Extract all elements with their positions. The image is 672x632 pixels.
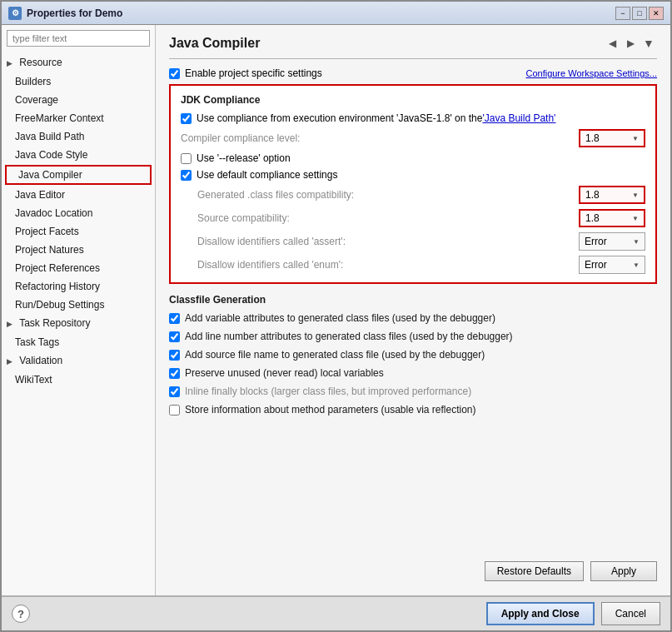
disallow-assert-value: Error	[585, 236, 607, 247]
disallow-enum-label: Disallow identifiers called 'enum':	[197, 259, 579, 271]
use-default-row: Use default compliance settings	[181, 169, 645, 181]
use-default-checkbox[interactable]	[181, 170, 192, 181]
tree-arrow-task: ▶	[7, 316, 15, 331]
sidebar-item-task-tags[interactable]: Task Tags	[2, 333, 155, 351]
classfile-option1-label: Add variable attributes to generated cla…	[185, 312, 495, 324]
classfile-option5-checkbox[interactable]	[169, 386, 180, 397]
apply-button[interactable]: Apply	[590, 561, 657, 581]
classfile-option6-label: Store information about method parameter…	[185, 404, 476, 416]
sidebar-item-builders[interactable]: Builders	[2, 72, 155, 91]
classfile-option4-checkbox[interactable]	[169, 368, 180, 379]
compiler-compliance-dropdown[interactable]: 1.8 ▼	[579, 129, 645, 147]
use-default-label: Use default compliance settings	[197, 169, 337, 181]
use-release-checkbox[interactable]	[181, 153, 192, 164]
use-compliance-checkbox[interactable]	[181, 113, 192, 124]
source-compat-value: 1.8	[585, 212, 600, 224]
close-button[interactable]: ✕	[649, 7, 664, 20]
enable-specific-row: Enable project specific settings Configu…	[169, 67, 657, 79]
enable-specific-checkbox[interactable]	[169, 68, 180, 79]
sidebar-item-validation[interactable]: ▶ Validation	[2, 351, 155, 371]
sidebar-item-label: Task Repository	[19, 317, 90, 329]
sidebar-item-run-debug[interactable]: Run/Debug Settings	[2, 296, 155, 314]
sidebar-item-java-editor[interactable]: Java Editor	[2, 186, 155, 204]
jdk-section-title: JDK Compliance	[181, 94, 645, 106]
maximize-button[interactable]: □	[632, 7, 647, 20]
java-build-path-link[interactable]: 'Java Build Path'	[482, 112, 555, 124]
classfile-option2-row: Add line number attributes to generated …	[169, 331, 657, 342]
generated-class-dropdown[interactable]: 1.8 ▼	[579, 186, 645, 204]
sidebar-item-label: Refactoring History	[15, 281, 100, 292]
menu-button[interactable]: ▼	[640, 35, 657, 52]
compiler-compliance-arrow: ▼	[632, 135, 639, 142]
compiler-compliance-row: Compiler compliance level: 1.8 ▼	[181, 129, 645, 147]
classfile-option6-row: Store information about method parameter…	[169, 404, 657, 416]
sidebar-item-java-build-path[interactable]: Java Build Path	[2, 127, 155, 146]
disallow-assert-dropdown[interactable]: Error ▼	[579, 232, 645, 251]
disallow-assert-label: Disallow identifiers called 'assert':	[197, 236, 579, 247]
tree-arrow-validation: ▶	[7, 354, 15, 369]
classfile-section: Classfile Generation Add variable attrib…	[169, 294, 657, 422]
classfile-option1-checkbox[interactable]	[169, 313, 180, 324]
classfile-section-title: Classfile Generation	[169, 294, 657, 306]
sidebar-item-javadoc[interactable]: Javadoc Location	[2, 204, 155, 222]
restore-defaults-button[interactable]: Restore Defaults	[485, 561, 584, 581]
panel-title: Java Compiler	[169, 36, 260, 51]
disallow-enum-dropdown[interactable]: Error ▼	[579, 256, 645, 274]
minimize-button[interactable]: −	[615, 7, 630, 20]
cancel-button[interactable]: Cancel	[601, 602, 660, 625]
title-bar-buttons: − □ ✕	[615, 7, 664, 20]
classfile-option5-row: Inline finally blocks (larger class file…	[169, 386, 657, 397]
use-release-row: Use '--release' option	[181, 152, 645, 164]
sidebar-item-project-facets[interactable]: Project Facets	[2, 222, 155, 241]
apply-close-button[interactable]: Apply and Close	[486, 602, 595, 625]
sidebar-item-task-repository[interactable]: ▶ Task Repository	[2, 314, 155, 333]
sidebar-item-label: Javadoc Location	[15, 207, 92, 219]
disallow-enum-row: Disallow identifiers called 'enum': Erro…	[181, 256, 645, 274]
help-button[interactable]: ?	[12, 605, 30, 623]
compiler-compliance-label: Compiler compliance level:	[181, 132, 579, 144]
sidebar-item-project-natures[interactable]: Project Natures	[2, 241, 155, 259]
sidebar-item-coverage[interactable]: Coverage	[2, 91, 155, 109]
jdk-compliance-section: JDK Compliance Use compliance from execu…	[169, 84, 657, 284]
compiler-compliance-value: 1.8	[585, 132, 600, 144]
disallow-assert-row: Disallow identifiers called 'assert': Er…	[181, 232, 645, 251]
sidebar-item-label: WikiText	[15, 374, 52, 386]
filter-input[interactable]	[7, 30, 150, 47]
generated-class-arrow: ▼	[632, 192, 639, 199]
sidebar-item-freemarker[interactable]: FreeMarker Context	[2, 109, 155, 127]
toolbar-icons: ◀ ▶ ▼	[604, 35, 657, 52]
sidebar-item-label: Java Compiler	[18, 169, 82, 181]
sidebar-item-project-references[interactable]: Project References	[2, 259, 155, 277]
window-icon: ⚙	[8, 7, 22, 20]
sidebar-item-label: Java Code Style	[15, 149, 87, 161]
sidebar-item-label: Validation	[19, 355, 62, 366]
configure-workspace-link[interactable]: Configure Workspace Settings...	[525, 68, 657, 78]
sidebar-item-label: Builders	[15, 76, 51, 87]
sidebar-item-label: Coverage	[15, 94, 58, 106]
sidebar: ▶ Resource Builders Coverage FreeMarker …	[2, 25, 156, 595]
sidebar-item-java-code-style[interactable]: Java Code Style	[2, 146, 155, 164]
disallow-enum-value: Error	[585, 259, 607, 271]
source-compat-arrow: ▼	[632, 215, 639, 222]
back-button[interactable]: ◀	[604, 35, 620, 52]
forward-button[interactable]: ▶	[622, 35, 639, 52]
main-panel: Java Compiler ◀ ▶ ▼ Enable project speci…	[156, 25, 670, 595]
sidebar-item-refactoring[interactable]: Refactoring History	[2, 277, 155, 296]
use-compliance-row: Use compliance from execution environmen…	[181, 112, 645, 124]
main-window: ⚙ Properties for Demo − □ ✕ ▶ Resource B…	[0, 0, 672, 632]
sidebar-item-label: Run/Debug Settings	[15, 299, 104, 311]
classfile-option2-checkbox[interactable]	[169, 331, 180, 342]
classfile-option2-label: Add line number attributes to generated …	[185, 331, 513, 342]
sidebar-item-java-compiler[interactable]: Java Compiler	[5, 165, 152, 185]
sidebar-item-resource[interactable]: ▶ Resource	[2, 53, 155, 72]
classfile-option6-checkbox[interactable]	[169, 405, 180, 416]
classfile-option3-checkbox[interactable]	[169, 350, 180, 361]
classfile-option3-label: Add source file name to generated class …	[185, 349, 485, 361]
dialog-bottom-bar: ? Apply and Close Cancel	[2, 595, 670, 630]
sidebar-item-label: Resource	[19, 57, 62, 68]
sidebar-item-wikitext[interactable]: WikiText	[2, 371, 155, 389]
source-compat-dropdown[interactable]: 1.8 ▼	[579, 209, 645, 227]
window-icon-text: ⚙	[12, 8, 19, 17]
sidebar-item-label: Java Editor	[15, 189, 65, 201]
classfile-option4-label: Preserve unused (never read) local varia…	[185, 367, 384, 379]
